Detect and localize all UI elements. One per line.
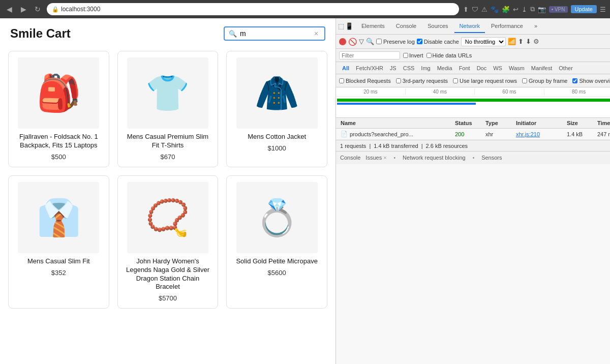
group-by-frame-checkbox[interactable] [522, 78, 527, 83]
invert-checkbox[interactable] [403, 53, 408, 58]
share-icon[interactable]: ⬆ [463, 6, 469, 13]
import-icon[interactable]: ⬆ [518, 38, 524, 45]
product-image-5: 💍 [236, 182, 318, 253]
search-clear-button[interactable]: × [314, 29, 318, 38]
type-manifest[interactable]: Manifest [528, 64, 556, 72]
search-network-icon[interactable]: 🔍 [366, 38, 374, 45]
product-image-2: 🧥 [236, 57, 318, 129]
blocked-requests-label[interactable]: Blocked Requests [339, 78, 391, 84]
table-header: Name Status Type Initiator Size Time Wat… [336, 118, 610, 129]
group-by-frame-label[interactable]: Group by frame [522, 78, 567, 84]
type-other[interactable]: Other [556, 64, 576, 72]
product-card-2[interactable]: 🧥 Mens Cotton Jacket $1000 [226, 51, 327, 167]
camera-icon[interactable]: 📷 [538, 6, 546, 13]
tab-console[interactable]: Console [391, 20, 421, 33]
product-price-2: $1000 [268, 144, 286, 152]
devtools-inspect-icon[interactable]: ⬚ [338, 22, 344, 30]
record-button[interactable] [339, 38, 346, 45]
col-time[interactable]: Time [596, 119, 610, 127]
issues-close-icon[interactable]: × [383, 155, 386, 161]
type-wasm[interactable]: Wasm [506, 64, 528, 72]
type-css[interactable]: CSS [400, 64, 418, 72]
disable-cache-checkbox[interactable] [417, 39, 422, 44]
product-name-4: John Hardy Women's Legends Naga Gold & S… [124, 257, 212, 292]
product-card-1[interactable]: 👕 Mens Casual Premium Slim Fit T-Shirts … [117, 51, 219, 167]
tab-performance[interactable]: Performance [486, 20, 528, 33]
table-row[interactable]: 📄 products?searched_pro... 200 xhr xhr.j… [336, 129, 610, 140]
warning-icon[interactable]: ⚠ [481, 6, 487, 13]
col-status[interactable]: Status [453, 119, 484, 127]
bottom-tab-network-blocking[interactable]: Network request blocking [403, 153, 466, 164]
blocked-requests-checkbox[interactable] [339, 78, 344, 83]
tab-sources[interactable]: Sources [422, 20, 453, 33]
update-button[interactable]: Update [571, 5, 597, 13]
bottom-tab-sensors[interactable]: Sensors [481, 153, 502, 164]
col-name[interactable]: Name [339, 119, 453, 127]
vpn-badge[interactable]: • VPN [549, 6, 568, 13]
download-icon[interactable]: ⤓ [522, 6, 527, 13]
third-party-label[interactable]: 3rd-party requests [396, 78, 448, 84]
hide-data-urls-checkbox[interactable] [426, 53, 432, 58]
search-input[interactable] [240, 29, 311, 38]
show-overview-label[interactable]: Show overview [572, 78, 610, 84]
address-bar[interactable]: 🔒 localhost:3000 [47, 3, 459, 15]
forward-button[interactable]: ▶ [18, 4, 28, 14]
search-icon: 🔍 [229, 30, 237, 38]
product-card-0[interactable]: 🎒 Fjallraven - Foldsack No. 1 Backpack, … [8, 51, 109, 167]
hide-data-urls-label[interactable]: Hide data URLs [426, 52, 472, 58]
col-size[interactable]: Size [565, 119, 596, 127]
reload-icon[interactable]: ↩ [513, 6, 518, 13]
web-app: Smile Cart 🔍 × 🎒 Fjallraven - Foldsack N… [0, 18, 336, 364]
type-img[interactable]: Img [418, 64, 433, 72]
col-initiator[interactable]: Initiator [514, 119, 565, 127]
network-settings-icon[interactable]: ⚙ [533, 38, 539, 45]
refresh-button[interactable]: ↻ [33, 4, 43, 14]
product-card-4[interactable]: 📿 John Hardy Women's Legends Naga Gold &… [117, 175, 219, 309]
bottom-tab-issues[interactable]: Issues × [365, 153, 386, 164]
invert-label[interactable]: Invert [403, 52, 423, 58]
third-party-checkbox[interactable] [396, 78, 401, 83]
tab-elements[interactable]: Elements [356, 20, 390, 33]
type-filter-row: All Fetch/XHR JS CSS Img Media Font Doc … [336, 62, 610, 74]
type-ws[interactable]: WS [490, 64, 505, 72]
multiwindow-icon[interactable]: ⧉ [530, 5, 535, 13]
type-media[interactable]: Media [434, 64, 455, 72]
type-font[interactable]: Font [456, 64, 473, 72]
product-card-3[interactable]: 👔 Mens Casual Slim Fit $352 [8, 175, 109, 309]
use-large-rows-checkbox[interactable] [453, 78, 458, 83]
puzzle-icon[interactable]: 🧩 [502, 6, 510, 13]
type-js[interactable]: JS [387, 64, 400, 72]
type-fetch-xhr[interactable]: Fetch/XHR [353, 64, 386, 72]
timeline-bars [336, 97, 610, 116]
clear-log-button[interactable]: 🚫 [348, 38, 357, 46]
filter-icon[interactable]: ▽ [359, 38, 364, 45]
type-all[interactable]: All [339, 64, 352, 72]
type-doc[interactable]: Doc [474, 64, 490, 72]
back-button[interactable]: ◀ [4, 4, 14, 14]
bottom-tab-console[interactable]: Console [340, 153, 360, 164]
show-overview-checkbox[interactable] [572, 78, 577, 83]
search-box[interactable]: 🔍 × [224, 26, 325, 41]
timeline-bar-green [337, 99, 610, 102]
extension-icon[interactable]: 🐾 [491, 6, 499, 13]
request-name-0: 📄 products?searched_pro... [339, 130, 453, 138]
use-large-rows-label[interactable]: Use large request rows [453, 78, 517, 84]
devtools-footer: 1 requests | 1.4 kB transferred | 2.6 kB… [336, 140, 610, 151]
disable-cache-checkbox-group[interactable]: Disable cache [417, 39, 459, 45]
preserve-log-checkbox[interactable] [376, 39, 382, 44]
menu-icon[interactable]: ☰ [600, 6, 606, 13]
throttle-select[interactable]: No throttling [461, 37, 506, 46]
product-card-5[interactable]: 💍 Solid Gold Petite Micropave $5600 [226, 175, 327, 309]
tab-more[interactable]: » [529, 20, 542, 33]
export-icon[interactable]: ⬇ [526, 38, 531, 45]
product-name-5: Solid Gold Petite Micropave [236, 257, 317, 266]
product-name-3: Mens Casual Slim Fit [27, 257, 90, 266]
tab-network[interactable]: Network [454, 20, 485, 33]
filter-input[interactable] [339, 51, 400, 59]
lock-icon: 🔒 [52, 6, 59, 13]
preserve-log-checkbox-group[interactable]: Preserve log [376, 39, 415, 45]
devtools-device-icon[interactable]: 📱 [345, 22, 353, 30]
request-status-0: 200 [453, 131, 484, 138]
shield-icon[interactable]: 🛡 [472, 6, 478, 13]
col-type[interactable]: Type [484, 119, 514, 127]
